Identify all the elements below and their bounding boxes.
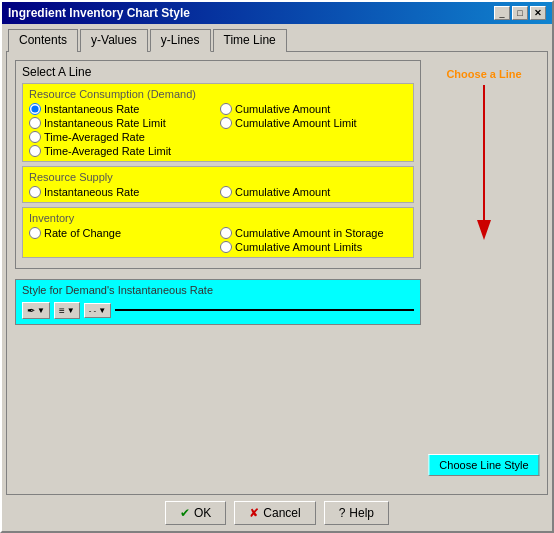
- resource-supply-section: Resource Supply Instantaneous Rate Cumul…: [22, 166, 414, 203]
- choose-line-style-button[interactable]: Choose Line Style: [428, 454, 539, 476]
- tab-y-values[interactable]: y-Values: [80, 29, 148, 52]
- radio-supply-instantaneous-rate[interactable]: Instantaneous Rate: [29, 186, 216, 198]
- choose-line-label: Choose a Line: [429, 68, 539, 80]
- resource-demand-section: Resource Consumption (Demand) Instantane…: [22, 83, 414, 162]
- tab-bar: Contents y-Values y-Lines Time Line: [2, 24, 552, 51]
- dash-style-button[interactable]: - - ▼: [84, 303, 111, 318]
- close-button[interactable]: ✕: [530, 6, 546, 20]
- cancel-x-icon: ✘: [249, 506, 259, 520]
- tab-y-lines[interactable]: y-Lines: [150, 29, 211, 52]
- radio-cumulative-amount-limits[interactable]: Cumulative Amount Limits: [220, 241, 407, 253]
- cancel-button[interactable]: ✘ Cancel: [234, 501, 315, 525]
- radio-instantaneous-rate-limit[interactable]: Instantaneous Rate Limit: [29, 117, 216, 129]
- choose-line-arrow: [469, 85, 499, 245]
- ok-button[interactable]: ✔ OK: [165, 501, 226, 525]
- minimize-button[interactable]: _: [494, 6, 510, 20]
- style-controls: ✒ ▼ ≡ ▼ - - ▼: [22, 300, 414, 320]
- maximize-button[interactable]: □: [512, 6, 528, 20]
- width-arrow-icon: ▼: [67, 306, 75, 315]
- title-controls: _ □ ✕: [494, 6, 546, 20]
- help-label: Help: [349, 506, 374, 520]
- pen-arrow-icon: ▼: [37, 306, 45, 315]
- inventory-options: Rate of Change Cumulative Amount in Stor…: [29, 227, 407, 253]
- pen-icon: ✒: [27, 305, 35, 316]
- cancel-label: Cancel: [263, 506, 300, 520]
- radio-instantaneous-rate[interactable]: Instantaneous Rate: [29, 103, 216, 115]
- radio-rate-of-change[interactable]: Rate of Change: [29, 227, 216, 239]
- dash-arrow-icon: ▼: [98, 306, 106, 315]
- radio-cumulative-amount-storage[interactable]: Cumulative Amount in Storage: [220, 227, 407, 239]
- radio-supply-cumulative-amount[interactable]: Cumulative Amount: [220, 186, 407, 198]
- tab-content-area: Select A Line Resource Consumption (Dema…: [6, 51, 548, 495]
- right-panel: Choose a Line Choose Line Style: [429, 60, 539, 486]
- resource-supply-title: Resource Supply: [29, 171, 407, 183]
- ok-label: OK: [194, 506, 211, 520]
- ok-check-icon: ✔: [180, 506, 190, 520]
- radio-cumulative-amount-limit[interactable]: Cumulative Amount Limit: [220, 117, 407, 129]
- line-preview-hr: [115, 309, 414, 311]
- radio-time-averaged-rate-limit[interactable]: Time-Averaged Rate Limit: [29, 145, 216, 157]
- main-window: Ingredient Inventory Chart Style _ □ ✕ C…: [0, 0, 554, 533]
- tab-contents[interactable]: Contents: [8, 29, 78, 52]
- inventory-section: Inventory Rate of Change Cumulative Amou…: [22, 207, 414, 258]
- title-bar: Ingredient Inventory Chart Style _ □ ✕: [2, 2, 552, 24]
- tab-time-line[interactable]: Time Line: [213, 29, 287, 52]
- resource-demand-options: Instantaneous Rate Cumulative Amount Ins…: [29, 103, 407, 157]
- window-title: Ingredient Inventory Chart Style: [8, 6, 190, 20]
- bottom-bar: ✔ OK ✘ Cancel ? Help: [2, 495, 552, 531]
- lines-icon: ≡: [59, 305, 65, 316]
- svg-marker-1: [477, 220, 491, 240]
- help-icon: ?: [339, 506, 346, 520]
- select-line-title: Select A Line: [22, 65, 414, 79]
- select-line-group: Select A Line Resource Consumption (Dema…: [15, 60, 421, 269]
- dash-icon: - -: [89, 306, 97, 315]
- line-preview: [115, 300, 414, 320]
- resource-demand-title: Resource Consumption (Demand): [29, 88, 407, 100]
- radio-cumulative-amount[interactable]: Cumulative Amount: [220, 103, 407, 115]
- pen-style-button[interactable]: ✒ ▼: [22, 302, 50, 319]
- left-panel: Select A Line Resource Consumption (Dema…: [15, 60, 421, 486]
- style-section: Style for Demand's Instantaneous Rate ✒ …: [15, 279, 421, 325]
- line-width-button[interactable]: ≡ ▼: [54, 302, 80, 319]
- help-button[interactable]: ? Help: [324, 501, 389, 525]
- radio-time-averaged-rate[interactable]: Time-Averaged Rate: [29, 131, 216, 143]
- inventory-title: Inventory: [29, 212, 407, 224]
- style-label: Style for Demand's Instantaneous Rate: [22, 284, 414, 296]
- resource-supply-options: Instantaneous Rate Cumulative Amount: [29, 186, 407, 198]
